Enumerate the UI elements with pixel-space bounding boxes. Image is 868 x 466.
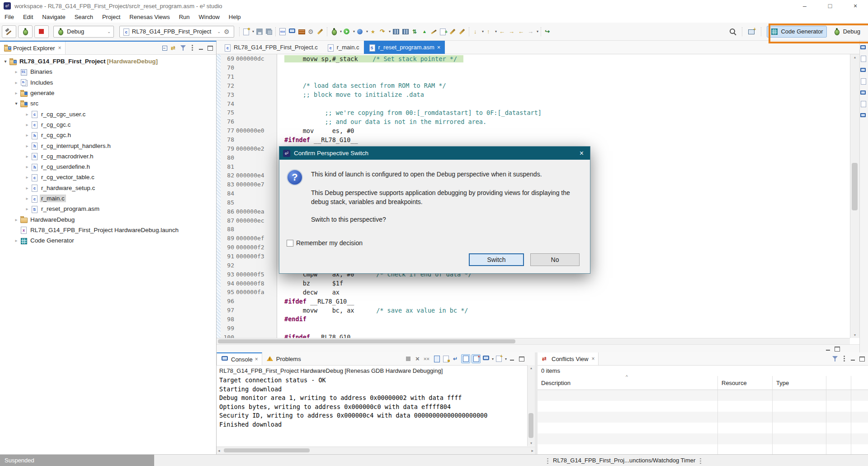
edit-pencil-icon[interactable]	[430, 28, 438, 36]
chevron-down-icon[interactable]: ▾	[252, 29, 254, 33]
memory-view-icon[interactable]	[392, 28, 400, 36]
perspective-debug[interactable]: Debug	[830, 26, 863, 37]
chevron-down-icon[interactable]: ▾	[495, 29, 497, 33]
console-horizontal-scrollbar[interactable]: ◂ ▸	[217, 447, 535, 454]
scrollbar-thumb[interactable]	[218, 339, 515, 343]
tree-item-r-main-c[interactable]: ▸r_main.c	[0, 193, 216, 204]
search-icon[interactable]	[729, 28, 737, 36]
console-output[interactable]: Target connection status - OKStarting do…	[217, 376, 527, 446]
tab-project-explorer[interactable]: P Project Explorer ×	[0, 42, 66, 54]
pin-console-icon[interactable]	[472, 354, 481, 363]
add-c-file-icon[interactable]	[439, 28, 448, 36]
code-line[interactable]: 74	[221, 99, 850, 108]
chevron-expanded-icon[interactable]: ▾	[13, 101, 20, 106]
view-menu-icon[interactable]	[840, 355, 848, 363]
menu-navigate[interactable]: Navigate	[38, 12, 70, 23]
team-sync-icon[interactable]	[411, 28, 419, 36]
tree-item-r-hardware-setup-c[interactable]: ▸r_hardware_setup.c	[0, 183, 216, 193]
chevron-collapsed-icon[interactable]: ▸	[24, 164, 31, 169]
open-console-icon[interactable]	[495, 355, 503, 363]
code-line[interactable]: 72 /* load data section from ROM to RAM …	[221, 81, 850, 90]
scrollbar-thumb[interactable]	[528, 413, 533, 438]
column-header-type[interactable]: Type	[773, 376, 826, 390]
editor-tab-r-reset-program-asm[interactable]: r_reset_program.asm×	[364, 41, 445, 54]
chevron-down-icon[interactable]: ▾	[389, 29, 391, 33]
column-header-description[interactable]: Description^	[538, 376, 718, 390]
step-dropdown-icon[interactable]	[379, 28, 387, 36]
chevron-down-icon[interactable]: ▾	[366, 29, 368, 33]
editor-tab-r-main-c[interactable]: r_main.c	[322, 41, 364, 54]
chevron-collapsed-icon[interactable]: ▸	[13, 90, 20, 95]
scroll-up-icon[interactable]: ▴	[850, 55, 859, 59]
show-stdout-icon[interactable]	[433, 355, 441, 363]
tree-item-binaries[interactable]: ▸Binaries	[0, 67, 216, 77]
console-display-icon[interactable]	[482, 355, 490, 363]
tree-item-r-cg-macrodriver-h[interactable]: ▸r_cg_macrodriver.h	[0, 151, 216, 162]
scroll-up-icon[interactable]: ▴	[528, 366, 535, 370]
build-hammer-button[interactable]	[2, 25, 16, 38]
back-arrow-icon[interactable]	[517, 28, 525, 36]
maximize-icon[interactable]	[858, 355, 866, 363]
forward-arrow-icon[interactable]	[508, 28, 516, 36]
chevron-down-icon[interactable]: ▾	[340, 29, 342, 33]
close-icon[interactable]: ×	[591, 356, 594, 362]
chevron-down-icon[interactable]: ▾	[505, 357, 507, 361]
close-icon[interactable]: ×	[255, 356, 258, 362]
forward-gray-icon[interactable]	[527, 28, 535, 36]
save-all-icon[interactable]	[265, 28, 273, 36]
chevron-expanded-icon[interactable]: ▾	[2, 59, 9, 64]
menu-project[interactable]: Project	[98, 12, 125, 23]
filter-icon[interactable]	[179, 44, 187, 52]
down-arrow-icon[interactable]	[472, 28, 480, 36]
gear-icon[interactable]	[223, 28, 231, 36]
chevron-collapsed-icon[interactable]: ▸	[24, 206, 31, 211]
close-icon[interactable]: ×	[58, 45, 61, 51]
code-line[interactable]: 97 movw bc, ax /* save ax value in bc */	[221, 306, 850, 315]
up-arrow-icon[interactable]	[485, 28, 493, 36]
menu-help[interactable]: Help	[224, 12, 245, 23]
close-window-icon[interactable]: ×	[843, 0, 868, 12]
run-dropdown-icon[interactable]	[343, 28, 351, 36]
tab-console[interactable]: Console ×	[217, 352, 262, 365]
console-display-icon[interactable]	[288, 28, 296, 36]
code-line[interactable]: 99	[221, 323, 850, 333]
code-line[interactable]: 94000000f8 bz $1f	[221, 279, 850, 288]
open-perspective-icon[interactable]	[748, 28, 756, 36]
chevron-collapsed-icon[interactable]: ▸	[13, 69, 20, 74]
clean-icon[interactable]	[316, 28, 325, 36]
switch-button[interactable]: Switch	[469, 253, 524, 266]
code-line[interactable]: 76 ;; and our data is not in the mirrore…	[221, 117, 850, 126]
last-edit-icon[interactable]	[544, 28, 552, 36]
chevron-collapsed-icon[interactable]: ▸	[24, 112, 31, 117]
scrollbar-thumb[interactable]	[224, 448, 310, 452]
code-line[interactable]: 77000000e0 mov es, #0	[221, 126, 850, 135]
coverage-star-icon[interactable]	[369, 28, 377, 36]
minimize-icon[interactable]	[824, 345, 832, 353]
tree-item-r-cg-cgc-c[interactable]: ▸r_cg_cgc.c	[0, 119, 216, 130]
close-icon[interactable]: ×	[437, 44, 441, 51]
edit-gold-icon[interactable]	[449, 28, 457, 36]
console-vertical-scrollbar[interactable]: ▴ ▾	[527, 365, 535, 446]
restore-view-icon[interactable]	[860, 89, 868, 97]
minimize-window-icon[interactable]: –	[792, 0, 817, 12]
no-button[interactable]: No	[530, 253, 580, 266]
scroll-left-icon[interactable]: ◂	[218, 448, 220, 453]
collapse-all-icon[interactable]	[161, 44, 169, 52]
menu-window[interactable]: Window	[194, 12, 224, 23]
restore-view-icon[interactable]	[860, 66, 868, 74]
code-line[interactable]: 70	[221, 63, 850, 72]
debug-bug-icon[interactable]	[330, 28, 338, 36]
tree-item-includes[interactable]: ▸Includes	[0, 77, 216, 88]
tree-item-code-generator[interactable]: ▸Code Generator	[0, 235, 216, 246]
minimize-icon[interactable]	[849, 355, 857, 363]
tab-conflicts-view[interactable]: Conflicts View ×	[538, 352, 599, 365]
menu-run[interactable]: Run	[175, 12, 194, 23]
tree-item-rl78-g14-fpb-first-project-hardwaredebug-launch[interactable]: RL78_G14_FPB_First_Project HardwareDebug…	[0, 225, 216, 235]
chevron-collapsed-icon[interactable]: ▸	[24, 122, 31, 127]
filter-icon[interactable]	[831, 355, 839, 363]
chevron-collapsed-icon[interactable]: ▸	[24, 154, 31, 159]
scrollbar-thumb[interactable]	[852, 163, 858, 210]
tree-item-src[interactable]: ▾src	[0, 98, 216, 109]
stop-icon[interactable]	[404, 355, 412, 363]
brush-icon[interactable]	[458, 28, 467, 36]
